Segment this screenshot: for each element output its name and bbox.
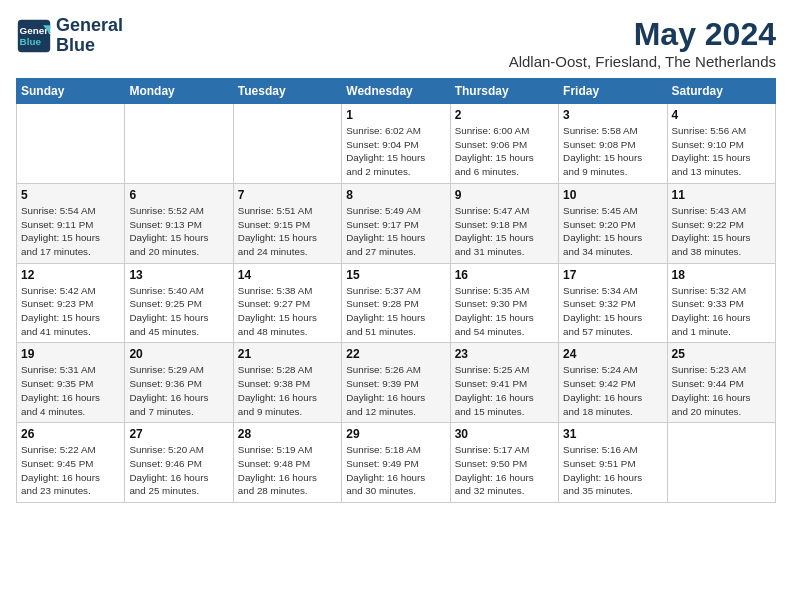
- week-row-1: 1Sunrise: 6:02 AM Sunset: 9:04 PM Daylig…: [17, 104, 776, 184]
- day-info: Sunrise: 5:29 AM Sunset: 9:36 PM Dayligh…: [129, 363, 228, 418]
- calendar-cell: 18Sunrise: 5:32 AM Sunset: 9:33 PM Dayli…: [667, 263, 775, 343]
- svg-text:Blue: Blue: [20, 36, 42, 47]
- header-cell-sunday: Sunday: [17, 79, 125, 104]
- calendar-table: SundayMondayTuesdayWednesdayThursdayFrid…: [16, 78, 776, 503]
- calendar-cell: 16Sunrise: 5:35 AM Sunset: 9:30 PM Dayli…: [450, 263, 558, 343]
- calendar-cell: 25Sunrise: 5:23 AM Sunset: 9:44 PM Dayli…: [667, 343, 775, 423]
- calendar-cell: 29Sunrise: 5:18 AM Sunset: 9:49 PM Dayli…: [342, 423, 450, 503]
- day-info: Sunrise: 5:26 AM Sunset: 9:39 PM Dayligh…: [346, 363, 445, 418]
- calendar-cell: 6Sunrise: 5:52 AM Sunset: 9:13 PM Daylig…: [125, 183, 233, 263]
- calendar-cell: 26Sunrise: 5:22 AM Sunset: 9:45 PM Dayli…: [17, 423, 125, 503]
- week-row-3: 12Sunrise: 5:42 AM Sunset: 9:23 PM Dayli…: [17, 263, 776, 343]
- day-number: 30: [455, 427, 554, 441]
- day-info: Sunrise: 5:18 AM Sunset: 9:49 PM Dayligh…: [346, 443, 445, 498]
- day-info: Sunrise: 5:45 AM Sunset: 9:20 PM Dayligh…: [563, 204, 662, 259]
- day-info: Sunrise: 5:16 AM Sunset: 9:51 PM Dayligh…: [563, 443, 662, 498]
- day-number: 29: [346, 427, 445, 441]
- day-number: 11: [672, 188, 771, 202]
- calendar-cell: [17, 104, 125, 184]
- day-number: 27: [129, 427, 228, 441]
- calendar-cell: 19Sunrise: 5:31 AM Sunset: 9:35 PM Dayli…: [17, 343, 125, 423]
- page-header: General Blue General Blue May 2024 Aldla…: [16, 16, 776, 70]
- day-number: 5: [21, 188, 120, 202]
- day-number: 15: [346, 268, 445, 282]
- day-info: Sunrise: 5:56 AM Sunset: 9:10 PM Dayligh…: [672, 124, 771, 179]
- calendar-cell: 10Sunrise: 5:45 AM Sunset: 9:20 PM Dayli…: [559, 183, 667, 263]
- day-info: Sunrise: 5:42 AM Sunset: 9:23 PM Dayligh…: [21, 284, 120, 339]
- calendar-cell: [125, 104, 233, 184]
- header-cell-monday: Monday: [125, 79, 233, 104]
- day-number: 2: [455, 108, 554, 122]
- week-row-4: 19Sunrise: 5:31 AM Sunset: 9:35 PM Dayli…: [17, 343, 776, 423]
- day-info: Sunrise: 5:35 AM Sunset: 9:30 PM Dayligh…: [455, 284, 554, 339]
- calendar-cell: 22Sunrise: 5:26 AM Sunset: 9:39 PM Dayli…: [342, 343, 450, 423]
- day-number: 20: [129, 347, 228, 361]
- calendar-cell: 8Sunrise: 5:49 AM Sunset: 9:17 PM Daylig…: [342, 183, 450, 263]
- calendar-cell: [233, 104, 341, 184]
- header-cell-thursday: Thursday: [450, 79, 558, 104]
- header-row: SundayMondayTuesdayWednesdayThursdayFrid…: [17, 79, 776, 104]
- day-info: Sunrise: 5:24 AM Sunset: 9:42 PM Dayligh…: [563, 363, 662, 418]
- day-info: Sunrise: 5:25 AM Sunset: 9:41 PM Dayligh…: [455, 363, 554, 418]
- header-cell-friday: Friday: [559, 79, 667, 104]
- calendar-subtitle: Aldlan-Oost, Friesland, The Netherlands: [509, 53, 776, 70]
- day-info: Sunrise: 5:28 AM Sunset: 9:38 PM Dayligh…: [238, 363, 337, 418]
- logo-wordmark: General Blue: [56, 16, 123, 56]
- title-block: May 2024 Aldlan-Oost, Friesland, The Net…: [509, 16, 776, 70]
- day-info: Sunrise: 5:38 AM Sunset: 9:27 PM Dayligh…: [238, 284, 337, 339]
- day-number: 23: [455, 347, 554, 361]
- day-number: 26: [21, 427, 120, 441]
- calendar-cell: 12Sunrise: 5:42 AM Sunset: 9:23 PM Dayli…: [17, 263, 125, 343]
- calendar-cell: 9Sunrise: 5:47 AM Sunset: 9:18 PM Daylig…: [450, 183, 558, 263]
- calendar-body: 1Sunrise: 6:02 AM Sunset: 9:04 PM Daylig…: [17, 104, 776, 503]
- calendar-cell: 11Sunrise: 5:43 AM Sunset: 9:22 PM Dayli…: [667, 183, 775, 263]
- day-number: 9: [455, 188, 554, 202]
- calendar-cell: 15Sunrise: 5:37 AM Sunset: 9:28 PM Dayli…: [342, 263, 450, 343]
- logo: General Blue General Blue: [16, 16, 123, 56]
- day-number: 8: [346, 188, 445, 202]
- calendar-cell: 5Sunrise: 5:54 AM Sunset: 9:11 PM Daylig…: [17, 183, 125, 263]
- day-number: 25: [672, 347, 771, 361]
- day-info: Sunrise: 5:34 AM Sunset: 9:32 PM Dayligh…: [563, 284, 662, 339]
- calendar-cell: 13Sunrise: 5:40 AM Sunset: 9:25 PM Dayli…: [125, 263, 233, 343]
- week-row-5: 26Sunrise: 5:22 AM Sunset: 9:45 PM Dayli…: [17, 423, 776, 503]
- logo-icon: General Blue: [16, 18, 52, 54]
- day-number: 14: [238, 268, 337, 282]
- day-number: 7: [238, 188, 337, 202]
- calendar-cell: 31Sunrise: 5:16 AM Sunset: 9:51 PM Dayli…: [559, 423, 667, 503]
- day-number: 18: [672, 268, 771, 282]
- day-number: 21: [238, 347, 337, 361]
- day-number: 1: [346, 108, 445, 122]
- calendar-cell: 1Sunrise: 6:02 AM Sunset: 9:04 PM Daylig…: [342, 104, 450, 184]
- day-number: 10: [563, 188, 662, 202]
- calendar-cell: 14Sunrise: 5:38 AM Sunset: 9:27 PM Dayli…: [233, 263, 341, 343]
- header-cell-tuesday: Tuesday: [233, 79, 341, 104]
- day-number: 16: [455, 268, 554, 282]
- day-info: Sunrise: 5:58 AM Sunset: 9:08 PM Dayligh…: [563, 124, 662, 179]
- day-number: 17: [563, 268, 662, 282]
- calendar-cell: 3Sunrise: 5:58 AM Sunset: 9:08 PM Daylig…: [559, 104, 667, 184]
- calendar-header: SundayMondayTuesdayWednesdayThursdayFrid…: [17, 79, 776, 104]
- day-info: Sunrise: 5:51 AM Sunset: 9:15 PM Dayligh…: [238, 204, 337, 259]
- logo-line2: Blue: [56, 36, 123, 56]
- calendar-cell: 27Sunrise: 5:20 AM Sunset: 9:46 PM Dayli…: [125, 423, 233, 503]
- day-number: 22: [346, 347, 445, 361]
- calendar-cell: 21Sunrise: 5:28 AM Sunset: 9:38 PM Dayli…: [233, 343, 341, 423]
- day-info: Sunrise: 5:19 AM Sunset: 9:48 PM Dayligh…: [238, 443, 337, 498]
- calendar-cell: 17Sunrise: 5:34 AM Sunset: 9:32 PM Dayli…: [559, 263, 667, 343]
- day-info: Sunrise: 5:32 AM Sunset: 9:33 PM Dayligh…: [672, 284, 771, 339]
- day-info: Sunrise: 5:31 AM Sunset: 9:35 PM Dayligh…: [21, 363, 120, 418]
- day-number: 24: [563, 347, 662, 361]
- calendar-cell: 28Sunrise: 5:19 AM Sunset: 9:48 PM Dayli…: [233, 423, 341, 503]
- calendar-cell: 7Sunrise: 5:51 AM Sunset: 9:15 PM Daylig…: [233, 183, 341, 263]
- calendar-cell: 23Sunrise: 5:25 AM Sunset: 9:41 PM Dayli…: [450, 343, 558, 423]
- day-info: Sunrise: 5:52 AM Sunset: 9:13 PM Dayligh…: [129, 204, 228, 259]
- day-number: 19: [21, 347, 120, 361]
- day-number: 12: [21, 268, 120, 282]
- header-cell-wednesday: Wednesday: [342, 79, 450, 104]
- day-number: 31: [563, 427, 662, 441]
- header-cell-saturday: Saturday: [667, 79, 775, 104]
- logo-line1: General: [56, 16, 123, 36]
- calendar-cell: 2Sunrise: 6:00 AM Sunset: 9:06 PM Daylig…: [450, 104, 558, 184]
- day-number: 13: [129, 268, 228, 282]
